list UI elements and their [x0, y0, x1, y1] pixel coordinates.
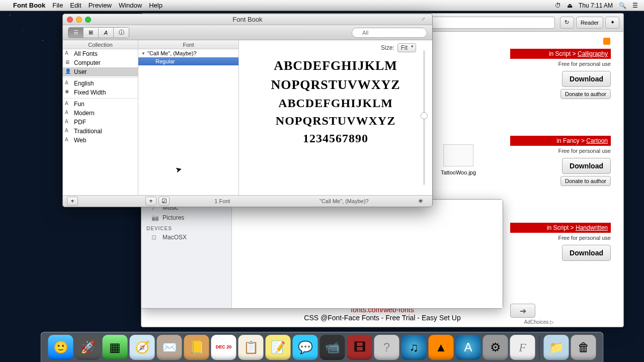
time-machine-icon[interactable]: ⏱: [555, 2, 561, 9]
collection-web[interactable]: AWeb: [63, 136, 138, 145]
disk-icon: ⊡: [151, 234, 159, 241]
dock-app-store[interactable]: A: [456, 335, 481, 360]
download-button-2[interactable]: Download: [562, 158, 611, 174]
collection-english[interactable]: AEnglish: [63, 79, 138, 88]
notifications-icon[interactable]: ☰: [632, 2, 638, 9]
dock-mission-control[interactable]: ▦: [103, 335, 128, 360]
category-link-handwritten[interactable]: Handwritten: [576, 224, 608, 231]
dock-messages[interactable]: 💬: [293, 335, 318, 360]
add-collection-button[interactable]: +: [67, 197, 78, 206]
finder-sidebar: ♪Music 📷Pictures DEVICES ⊡MacOSX: [141, 200, 232, 308]
donate-button-2[interactable]: Donate to author: [560, 176, 611, 186]
slider-knob[interactable]: [421, 112, 428, 119]
dock-notes[interactable]: 📝: [266, 335, 291, 360]
collection-user[interactable]: 👤User: [63, 67, 138, 76]
dock-calendar[interactable]: DEC 20: [211, 335, 236, 360]
rss-icon[interactable]: [603, 38, 610, 45]
finder-item-pictures[interactable]: 📷Pictures: [141, 213, 231, 223]
collection-pdf[interactable]: APDF: [63, 118, 138, 127]
safari-reload-button[interactable]: ↻: [560, 17, 574, 29]
collection-column: Collection AAll Fonts 🖥Computer 👤User AE…: [63, 40, 138, 195]
dock-safari[interactable]: 🧭: [130, 335, 155, 360]
finder-window: ♪Music 📷Pictures DEVICES ⊡MacOSX: [141, 199, 503, 309]
file-preview[interactable]: TattooWoo.jpg: [438, 144, 478, 175]
font-block-1: in Script > Calligraphy Free for persona…: [510, 49, 611, 69]
dock-itunes[interactable]: ♫: [401, 335, 427, 360]
donate-button-1[interactable]: Donate to author: [560, 89, 611, 99]
dock-photo-booth[interactable]: 🎞: [347, 335, 372, 360]
eject-icon[interactable]: ⏏: [567, 2, 573, 9]
finder-device-macosx[interactable]: ⊡MacOSX: [141, 232, 231, 242]
computer-icon: 🖥: [65, 59, 72, 66]
collection-traditional[interactable]: ATraditional: [63, 127, 138, 136]
spinner-icon: ✳: [415, 197, 426, 206]
sample-line-2: NOPQRSTUVWXYZ: [249, 77, 422, 93]
menu-help[interactable]: Help: [149, 2, 163, 9]
dock-documents[interactable]: 📁: [544, 335, 569, 360]
fontbook-toolbar: ☰ ⊞ A ⓘ: [63, 25, 432, 40]
dock-help[interactable]: ?: [374, 335, 399, 360]
category-link-calligraphy[interactable]: Calligraphy: [578, 50, 608, 57]
menu-window[interactable]: Window: [119, 2, 142, 9]
view-info-button[interactable]: ⓘ: [114, 28, 129, 38]
dock-facetime[interactable]: 📹: [320, 335, 345, 360]
view-mode-segment: ☰ ⊞ A ⓘ: [68, 27, 129, 38]
fontbook-footer: + + ☑ 1 Font "Call Me", (Maybe)? ✳: [63, 196, 432, 207]
disclosure-triangle-icon[interactable]: ▼: [141, 51, 145, 56]
fontbook-search-input[interactable]: [352, 28, 427, 38]
fontbook-titlebar[interactable]: Font Book ⤢: [63, 14, 432, 25]
dock-vlc[interactable]: ▲: [429, 335, 454, 360]
collection-all-fonts[interactable]: AAll Fonts: [63, 49, 138, 58]
finder-devices-heading: DEVICES: [141, 223, 231, 232]
dock: 🙂 🚀 ▦ 🧭 ✉️ 📒 DEC 20 📋 📝 💬 📹 🎞 ? ♫ ▲ A ⚙ …: [41, 332, 604, 362]
font-icon: A: [65, 101, 72, 108]
safari-share-button[interactable]: ✦: [605, 17, 619, 29]
view-sample-button[interactable]: A: [99, 28, 114, 38]
menu-file[interactable]: File: [52, 2, 63, 9]
menubar-app-name[interactable]: Font Book: [13, 2, 45, 9]
category-link-cartoon[interactable]: Cartoon: [586, 137, 608, 144]
dock-settings[interactable]: ⚙: [483, 335, 508, 360]
dock-trash[interactable]: 🗑: [571, 335, 596, 360]
font-list: ▼"Call Me", (Maybe)? Regular: [138, 49, 238, 195]
size-select[interactable]: Fit: [397, 43, 416, 52]
category-bar-1: in Script > Calligraphy: [510, 49, 611, 59]
file-thumbnail: [443, 144, 473, 166]
finder-content: [232, 200, 503, 308]
download-button-1[interactable]: Download: [562, 71, 611, 87]
sample-line-1: ABCDEFGHIJKLM: [249, 58, 422, 73]
safari-reader-button[interactable]: Reader: [576, 17, 603, 29]
file-name: TattooWoo.jpg: [438, 169, 478, 175]
font-column: Font ▼"Call Me", (Maybe)? Regular: [138, 40, 239, 195]
size-slider[interactable]: [423, 50, 425, 185]
font-icon: A: [65, 128, 72, 135]
fullscreen-button[interactable]: ⤢: [421, 16, 428, 23]
collection-modern[interactable]: AModern: [63, 109, 138, 118]
view-grid-button[interactable]: ⊞: [84, 28, 99, 38]
menu-preview[interactable]: Preview: [89, 2, 112, 9]
font-style-regular[interactable]: Regular: [138, 57, 238, 65]
collection-header: Collection: [63, 40, 138, 49]
dock-contacts[interactable]: 📒: [184, 335, 209, 360]
spotlight-icon[interactable]: 🔍: [619, 2, 626, 9]
collection-fun[interactable]: AFun: [63, 100, 138, 109]
collection-computer[interactable]: 🖥Computer: [63, 58, 138, 67]
view-list-button[interactable]: ☰: [68, 28, 84, 38]
collection-fixed-width[interactable]: ✱Fixed Width: [63, 88, 138, 97]
category-bar-2: in Fancy > Cartoon: [510, 136, 611, 146]
font-family-item[interactable]: ▼"Call Me", (Maybe)?: [138, 49, 238, 57]
validate-button[interactable]: ☑: [158, 197, 170, 206]
footer-text: CSS @Font-Face Fonts - Free Trial - Easy…: [141, 314, 623, 322]
menu-edit[interactable]: Edit: [70, 2, 81, 9]
font-block-3: in Script > Handwritten Free for persona…: [510, 223, 611, 243]
menubar-clock[interactable]: Thu 7:11 AM: [579, 2, 613, 9]
free-text-3: Free for personal use: [510, 233, 611, 243]
download-button-3[interactable]: Download: [562, 245, 611, 261]
dock-fontbook[interactable]: F: [510, 335, 535, 360]
size-control: Size: Fit: [381, 43, 416, 52]
add-font-button[interactable]: +: [145, 197, 156, 206]
dock-finder[interactable]: 🙂: [48, 335, 73, 360]
dock-launchpad[interactable]: 🚀: [75, 335, 101, 360]
dock-mail[interactable]: ✉️: [157, 335, 182, 360]
dock-reminders[interactable]: 📋: [238, 335, 264, 360]
